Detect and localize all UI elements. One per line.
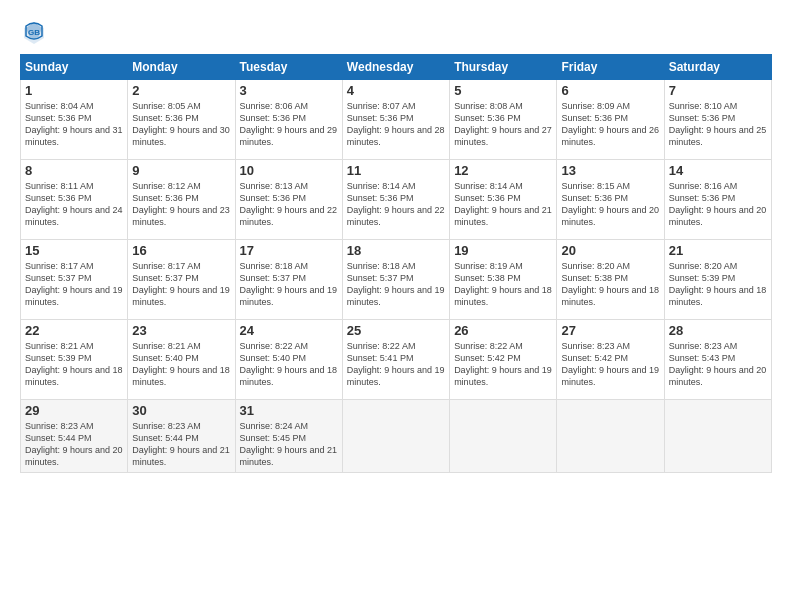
calendar-header-thursday: Thursday xyxy=(450,55,557,80)
calendar: SundayMondayTuesdayWednesdayThursdayFrid… xyxy=(20,54,772,473)
day-number: 11 xyxy=(347,163,445,178)
day-info: Sunrise: 8:12 AMSunset: 5:36 PMDaylight:… xyxy=(132,180,230,229)
week-row-5: 29Sunrise: 8:23 AMSunset: 5:44 PMDayligh… xyxy=(21,400,772,473)
day-info: Sunrise: 8:04 AMSunset: 5:36 PMDaylight:… xyxy=(25,100,123,149)
week-row-2: 8Sunrise: 8:11 AMSunset: 5:36 PMDaylight… xyxy=(21,160,772,240)
day-number: 29 xyxy=(25,403,123,418)
day-info: Sunrise: 8:17 AMSunset: 5:37 PMDaylight:… xyxy=(132,260,230,309)
day-number: 4 xyxy=(347,83,445,98)
calendar-cell xyxy=(450,400,557,473)
header: GB xyxy=(20,18,772,46)
calendar-cell: 21Sunrise: 8:20 AMSunset: 5:39 PMDayligh… xyxy=(664,240,771,320)
calendar-cell xyxy=(342,400,449,473)
day-info: Sunrise: 8:06 AMSunset: 5:36 PMDaylight:… xyxy=(240,100,338,149)
calendar-cell: 9Sunrise: 8:12 AMSunset: 5:36 PMDaylight… xyxy=(128,160,235,240)
week-row-3: 15Sunrise: 8:17 AMSunset: 5:37 PMDayligh… xyxy=(21,240,772,320)
svg-text:GB: GB xyxy=(28,28,40,37)
day-number: 9 xyxy=(132,163,230,178)
day-info: Sunrise: 8:23 AMSunset: 5:43 PMDaylight:… xyxy=(669,340,767,389)
calendar-cell: 16Sunrise: 8:17 AMSunset: 5:37 PMDayligh… xyxy=(128,240,235,320)
calendar-cell xyxy=(664,400,771,473)
calendar-cell: 14Sunrise: 8:16 AMSunset: 5:36 PMDayligh… xyxy=(664,160,771,240)
day-info: Sunrise: 8:22 AMSunset: 5:41 PMDaylight:… xyxy=(347,340,445,389)
day-info: Sunrise: 8:22 AMSunset: 5:40 PMDaylight:… xyxy=(240,340,338,389)
day-number: 21 xyxy=(669,243,767,258)
calendar-cell: 22Sunrise: 8:21 AMSunset: 5:39 PMDayligh… xyxy=(21,320,128,400)
calendar-cell: 20Sunrise: 8:20 AMSunset: 5:38 PMDayligh… xyxy=(557,240,664,320)
calendar-cell: 1Sunrise: 8:04 AMSunset: 5:36 PMDaylight… xyxy=(21,80,128,160)
day-info: Sunrise: 8:13 AMSunset: 5:36 PMDaylight:… xyxy=(240,180,338,229)
day-number: 6 xyxy=(561,83,659,98)
day-info: Sunrise: 8:19 AMSunset: 5:38 PMDaylight:… xyxy=(454,260,552,309)
calendar-cell: 25Sunrise: 8:22 AMSunset: 5:41 PMDayligh… xyxy=(342,320,449,400)
day-info: Sunrise: 8:15 AMSunset: 5:36 PMDaylight:… xyxy=(561,180,659,229)
day-info: Sunrise: 8:10 AMSunset: 5:36 PMDaylight:… xyxy=(669,100,767,149)
day-number: 14 xyxy=(669,163,767,178)
calendar-header-friday: Friday xyxy=(557,55,664,80)
calendar-cell: 11Sunrise: 8:14 AMSunset: 5:36 PMDayligh… xyxy=(342,160,449,240)
calendar-cell: 29Sunrise: 8:23 AMSunset: 5:44 PMDayligh… xyxy=(21,400,128,473)
day-info: Sunrise: 8:21 AMSunset: 5:40 PMDaylight:… xyxy=(132,340,230,389)
day-info: Sunrise: 8:17 AMSunset: 5:37 PMDaylight:… xyxy=(25,260,123,309)
day-number: 5 xyxy=(454,83,552,98)
day-number: 10 xyxy=(240,163,338,178)
calendar-cell: 13Sunrise: 8:15 AMSunset: 5:36 PMDayligh… xyxy=(557,160,664,240)
day-info: Sunrise: 8:16 AMSunset: 5:36 PMDaylight:… xyxy=(669,180,767,229)
calendar-header-monday: Monday xyxy=(128,55,235,80)
day-number: 2 xyxy=(132,83,230,98)
day-number: 13 xyxy=(561,163,659,178)
calendar-cell: 24Sunrise: 8:22 AMSunset: 5:40 PMDayligh… xyxy=(235,320,342,400)
day-number: 17 xyxy=(240,243,338,258)
day-number: 12 xyxy=(454,163,552,178)
calendar-cell: 19Sunrise: 8:19 AMSunset: 5:38 PMDayligh… xyxy=(450,240,557,320)
calendar-cell: 23Sunrise: 8:21 AMSunset: 5:40 PMDayligh… xyxy=(128,320,235,400)
calendar-header-tuesday: Tuesday xyxy=(235,55,342,80)
day-number: 25 xyxy=(347,323,445,338)
day-number: 28 xyxy=(669,323,767,338)
logo: GB xyxy=(20,18,52,46)
day-number: 23 xyxy=(132,323,230,338)
day-number: 18 xyxy=(347,243,445,258)
calendar-header-saturday: Saturday xyxy=(664,55,771,80)
calendar-header-row: SundayMondayTuesdayWednesdayThursdayFrid… xyxy=(21,55,772,80)
calendar-cell: 5Sunrise: 8:08 AMSunset: 5:36 PMDaylight… xyxy=(450,80,557,160)
day-info: Sunrise: 8:20 AMSunset: 5:39 PMDaylight:… xyxy=(669,260,767,309)
day-number: 1 xyxy=(25,83,123,98)
day-info: Sunrise: 8:14 AMSunset: 5:36 PMDaylight:… xyxy=(347,180,445,229)
calendar-cell: 8Sunrise: 8:11 AMSunset: 5:36 PMDaylight… xyxy=(21,160,128,240)
day-info: Sunrise: 8:23 AMSunset: 5:42 PMDaylight:… xyxy=(561,340,659,389)
day-info: Sunrise: 8:23 AMSunset: 5:44 PMDaylight:… xyxy=(132,420,230,469)
day-info: Sunrise: 8:08 AMSunset: 5:36 PMDaylight:… xyxy=(454,100,552,149)
calendar-cell: 17Sunrise: 8:18 AMSunset: 5:37 PMDayligh… xyxy=(235,240,342,320)
day-info: Sunrise: 8:18 AMSunset: 5:37 PMDaylight:… xyxy=(347,260,445,309)
day-info: Sunrise: 8:20 AMSunset: 5:38 PMDaylight:… xyxy=(561,260,659,309)
calendar-header-sunday: Sunday xyxy=(21,55,128,80)
calendar-cell: 12Sunrise: 8:14 AMSunset: 5:36 PMDayligh… xyxy=(450,160,557,240)
calendar-cell xyxy=(557,400,664,473)
calendar-cell: 6Sunrise: 8:09 AMSunset: 5:36 PMDaylight… xyxy=(557,80,664,160)
calendar-cell: 3Sunrise: 8:06 AMSunset: 5:36 PMDaylight… xyxy=(235,80,342,160)
day-info: Sunrise: 8:05 AMSunset: 5:36 PMDaylight:… xyxy=(132,100,230,149)
day-number: 31 xyxy=(240,403,338,418)
day-number: 15 xyxy=(25,243,123,258)
calendar-cell: 2Sunrise: 8:05 AMSunset: 5:36 PMDaylight… xyxy=(128,80,235,160)
day-info: Sunrise: 8:24 AMSunset: 5:45 PMDaylight:… xyxy=(240,420,338,469)
day-number: 27 xyxy=(561,323,659,338)
day-info: Sunrise: 8:21 AMSunset: 5:39 PMDaylight:… xyxy=(25,340,123,389)
day-info: Sunrise: 8:14 AMSunset: 5:36 PMDaylight:… xyxy=(454,180,552,229)
day-info: Sunrise: 8:23 AMSunset: 5:44 PMDaylight:… xyxy=(25,420,123,469)
day-number: 8 xyxy=(25,163,123,178)
calendar-cell: 31Sunrise: 8:24 AMSunset: 5:45 PMDayligh… xyxy=(235,400,342,473)
day-number: 19 xyxy=(454,243,552,258)
day-info: Sunrise: 8:18 AMSunset: 5:37 PMDaylight:… xyxy=(240,260,338,309)
calendar-cell: 10Sunrise: 8:13 AMSunset: 5:36 PMDayligh… xyxy=(235,160,342,240)
day-info: Sunrise: 8:07 AMSunset: 5:36 PMDaylight:… xyxy=(347,100,445,149)
calendar-cell: 4Sunrise: 8:07 AMSunset: 5:36 PMDaylight… xyxy=(342,80,449,160)
day-number: 26 xyxy=(454,323,552,338)
calendar-cell: 18Sunrise: 8:18 AMSunset: 5:37 PMDayligh… xyxy=(342,240,449,320)
calendar-cell: 27Sunrise: 8:23 AMSunset: 5:42 PMDayligh… xyxy=(557,320,664,400)
day-number: 16 xyxy=(132,243,230,258)
day-number: 24 xyxy=(240,323,338,338)
logo-icon: GB xyxy=(20,18,48,46)
calendar-header-wednesday: Wednesday xyxy=(342,55,449,80)
